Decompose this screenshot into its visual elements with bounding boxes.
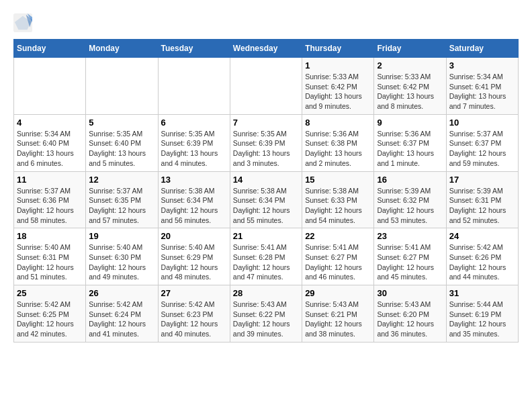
- day-number: 22: [305, 231, 371, 241]
- day-info: Sunrise: 5:40 AM Sunset: 6:29 PM Dayligh…: [161, 242, 227, 282]
- day-info: Sunrise: 5:35 AM Sunset: 6:39 PM Dayligh…: [233, 129, 299, 169]
- week-row-1: 1Sunrise: 5:33 AM Sunset: 6:42 PM Daylig…: [14, 58, 519, 115]
- day-number: 6: [161, 118, 227, 128]
- day-cell: [86, 58, 158, 115]
- day-info: Sunrise: 5:43 AM Sunset: 6:20 PM Dayligh…: [377, 300, 443, 339]
- day-cell: 28Sunrise: 5:43 AM Sunset: 6:22 PM Dayli…: [230, 285, 302, 342]
- day-number: 29: [305, 288, 371, 298]
- day-number: 18: [17, 231, 83, 241]
- day-number: 12: [89, 175, 154, 185]
- day-number: 11: [17, 175, 83, 185]
- day-cell: 15Sunrise: 5:38 AM Sunset: 6:33 PM Dayli…: [302, 171, 374, 228]
- day-cell: 23Sunrise: 5:41 AM Sunset: 6:27 PM Dayli…: [374, 228, 446, 285]
- day-cell: 31Sunrise: 5:44 AM Sunset: 6:19 PM Dayli…: [446, 285, 518, 342]
- day-cell: 12Sunrise: 5:37 AM Sunset: 6:35 PM Dayli…: [86, 171, 158, 228]
- day-cell: 3Sunrise: 5:34 AM Sunset: 6:41 PM Daylig…: [446, 58, 518, 115]
- day-cell: 8Sunrise: 5:36 AM Sunset: 6:38 PM Daylig…: [302, 114, 374, 171]
- day-info: Sunrise: 5:34 AM Sunset: 6:40 PM Dayligh…: [17, 129, 83, 169]
- day-cell: 5Sunrise: 5:35 AM Sunset: 6:40 PM Daylig…: [86, 114, 158, 171]
- day-info: Sunrise: 5:41 AM Sunset: 6:27 PM Dayligh…: [377, 242, 443, 282]
- day-cell: 22Sunrise: 5:41 AM Sunset: 6:27 PM Dayli…: [302, 228, 374, 285]
- day-cell: 17Sunrise: 5:39 AM Sunset: 6:31 PM Dayli…: [446, 171, 518, 228]
- week-row-5: 25Sunrise: 5:42 AM Sunset: 6:25 PM Dayli…: [14, 285, 519, 342]
- header-thursday: Thursday: [302, 40, 374, 58]
- day-info: Sunrise: 5:44 AM Sunset: 6:19 PM Dayligh…: [449, 300, 515, 339]
- day-cell: 29Sunrise: 5:43 AM Sunset: 6:21 PM Dayli…: [302, 285, 374, 342]
- day-number: 31: [449, 288, 515, 298]
- day-info: Sunrise: 5:36 AM Sunset: 6:37 PM Dayligh…: [377, 129, 443, 169]
- day-cell: 11Sunrise: 5:37 AM Sunset: 6:36 PM Dayli…: [14, 171, 86, 228]
- day-cell: 20Sunrise: 5:40 AM Sunset: 6:29 PM Dayli…: [158, 228, 230, 285]
- day-info: Sunrise: 5:43 AM Sunset: 6:21 PM Dayligh…: [305, 300, 371, 339]
- calendar-header-row: SundayMondayTuesdayWednesdayThursdayFrid…: [14, 40, 519, 58]
- day-cell: 13Sunrise: 5:38 AM Sunset: 6:34 PM Dayli…: [158, 171, 230, 228]
- day-number: 16: [377, 175, 443, 185]
- day-cell: [14, 58, 86, 115]
- day-cell: 16Sunrise: 5:39 AM Sunset: 6:32 PM Dayli…: [374, 171, 446, 228]
- week-row-3: 11Sunrise: 5:37 AM Sunset: 6:36 PM Dayli…: [14, 171, 519, 228]
- day-info: Sunrise: 5:41 AM Sunset: 6:28 PM Dayligh…: [233, 242, 299, 282]
- week-row-2: 4Sunrise: 5:34 AM Sunset: 6:40 PM Daylig…: [14, 114, 519, 171]
- day-cell: 7Sunrise: 5:35 AM Sunset: 6:39 PM Daylig…: [230, 114, 302, 171]
- day-cell: 19Sunrise: 5:40 AM Sunset: 6:30 PM Dayli…: [86, 228, 158, 285]
- day-number: 1: [305, 60, 371, 71]
- day-info: Sunrise: 5:41 AM Sunset: 6:27 PM Dayligh…: [305, 242, 371, 282]
- day-info: Sunrise: 5:38 AM Sunset: 6:34 PM Dayligh…: [161, 186, 227, 226]
- day-cell: 25Sunrise: 5:42 AM Sunset: 6:25 PM Dayli…: [14, 285, 86, 342]
- day-cell: 27Sunrise: 5:42 AM Sunset: 6:23 PM Dayli…: [158, 285, 230, 342]
- calendar-table: SundayMondayTuesdayWednesdayThursdayFrid…: [13, 39, 519, 342]
- day-info: Sunrise: 5:33 AM Sunset: 6:42 PM Dayligh…: [377, 72, 443, 111]
- day-number: 5: [89, 118, 154, 128]
- day-number: 2: [377, 60, 443, 71]
- day-number: 9: [377, 118, 443, 128]
- day-number: 13: [161, 175, 227, 185]
- week-row-4: 18Sunrise: 5:40 AM Sunset: 6:31 PM Dayli…: [14, 228, 519, 285]
- day-number: 10: [449, 118, 515, 128]
- day-info: Sunrise: 5:35 AM Sunset: 6:39 PM Dayligh…: [161, 129, 227, 169]
- day-number: 25: [17, 288, 83, 298]
- day-number: 7: [233, 118, 299, 128]
- header-wednesday: Wednesday: [230, 40, 302, 58]
- day-cell: 2Sunrise: 5:33 AM Sunset: 6:42 PM Daylig…: [374, 58, 446, 115]
- day-info: Sunrise: 5:34 AM Sunset: 6:41 PM Dayligh…: [449, 72, 515, 111]
- header-monday: Monday: [86, 40, 158, 58]
- day-cell: [158, 58, 230, 115]
- day-info: Sunrise: 5:37 AM Sunset: 6:36 PM Dayligh…: [17, 186, 83, 226]
- day-number: 17: [449, 175, 515, 185]
- day-info: Sunrise: 5:36 AM Sunset: 6:38 PM Dayligh…: [305, 129, 371, 169]
- page-header: [13, 13, 519, 32]
- header-sunday: Sunday: [14, 40, 86, 58]
- day-info: Sunrise: 5:37 AM Sunset: 6:37 PM Dayligh…: [449, 129, 515, 169]
- day-number: 4: [17, 118, 83, 128]
- day-info: Sunrise: 5:42 AM Sunset: 6:25 PM Dayligh…: [17, 300, 83, 339]
- header-tuesday: Tuesday: [158, 40, 230, 58]
- day-cell: 30Sunrise: 5:43 AM Sunset: 6:20 PM Dayli…: [374, 285, 446, 342]
- day-cell: 26Sunrise: 5:42 AM Sunset: 6:24 PM Dayli…: [86, 285, 158, 342]
- day-number: 26: [89, 288, 154, 298]
- day-info: Sunrise: 5:42 AM Sunset: 6:26 PM Dayligh…: [449, 242, 515, 282]
- day-cell: 1Sunrise: 5:33 AM Sunset: 6:42 PM Daylig…: [302, 58, 374, 115]
- day-info: Sunrise: 5:38 AM Sunset: 6:33 PM Dayligh…: [305, 186, 371, 226]
- day-info: Sunrise: 5:42 AM Sunset: 6:24 PM Dayligh…: [89, 300, 154, 339]
- day-cell: 21Sunrise: 5:41 AM Sunset: 6:28 PM Dayli…: [230, 228, 302, 285]
- day-number: 20: [161, 231, 227, 241]
- day-cell: 24Sunrise: 5:42 AM Sunset: 6:26 PM Dayli…: [446, 228, 518, 285]
- day-info: Sunrise: 5:39 AM Sunset: 6:32 PM Dayligh…: [377, 186, 443, 226]
- day-cell: 4Sunrise: 5:34 AM Sunset: 6:40 PM Daylig…: [14, 114, 86, 171]
- day-cell: 14Sunrise: 5:38 AM Sunset: 6:34 PM Dayli…: [230, 171, 302, 228]
- day-info: Sunrise: 5:37 AM Sunset: 6:35 PM Dayligh…: [89, 186, 154, 226]
- day-number: 30: [377, 288, 443, 298]
- day-number: 23: [377, 231, 443, 241]
- day-cell: [230, 58, 302, 115]
- day-number: 8: [305, 118, 371, 128]
- logo: [13, 13, 35, 32]
- day-info: Sunrise: 5:40 AM Sunset: 6:31 PM Dayligh…: [17, 242, 83, 282]
- header-friday: Friday: [374, 40, 446, 58]
- day-number: 21: [233, 231, 299, 241]
- calendar-body: 1Sunrise: 5:33 AM Sunset: 6:42 PM Daylig…: [14, 58, 519, 342]
- day-info: Sunrise: 5:39 AM Sunset: 6:31 PM Dayligh…: [449, 186, 515, 226]
- day-info: Sunrise: 5:40 AM Sunset: 6:30 PM Dayligh…: [89, 242, 154, 282]
- day-cell: 6Sunrise: 5:35 AM Sunset: 6:39 PM Daylig…: [158, 114, 230, 171]
- day-number: 3: [449, 60, 515, 71]
- day-number: 19: [89, 231, 154, 241]
